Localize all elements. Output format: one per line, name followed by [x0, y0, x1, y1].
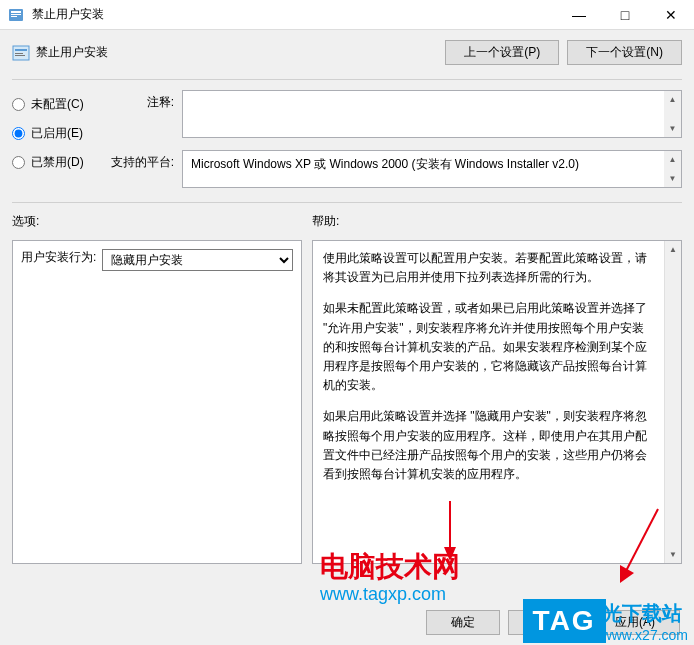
svg-rect-5 [15, 49, 27, 51]
comment-scrollbar[interactable]: ▲ ▼ [664, 91, 681, 137]
watermark-url: www.tagxp.com [320, 584, 460, 605]
app-icon [8, 7, 24, 23]
dialog-body: 禁止用户安装 上一个设置(P) 下一个设置(N) 未配置(C) 已启用(E) 已… [0, 30, 694, 645]
scroll-up-icon[interactable]: ▲ [664, 91, 681, 108]
options-panel: 用户安装行为: 隐藏用户安装 [12, 240, 302, 564]
svg-rect-6 [15, 53, 23, 54]
config-section: 未配置(C) 已启用(E) 已禁用(D) 注释: ▲ ▼ [0, 80, 694, 188]
nav-buttons: 上一个设置(P) 下一个设置(N) [445, 40, 682, 65]
options-label: 选项: [12, 213, 312, 230]
platform-row: 支持的平台: ▲ ▼ [104, 150, 682, 188]
svg-rect-1 [11, 11, 21, 13]
platform-label: 支持的平台: [104, 150, 174, 171]
radio-enabled-label: 已启用(E) [31, 125, 83, 142]
scroll-up-icon[interactable]: ▲ [664, 151, 681, 168]
titlebar: 禁止用户安装 — □ ✕ [0, 0, 694, 30]
help-paragraph: 如果启用此策略设置并选择 "隐藏用户安装"，则安装程序将忽略按照每个用户安装的应… [323, 407, 654, 484]
help-paragraph: 使用此策略设置可以配置用户安装。若要配置此策略设置，请将其设置为已启用并使用下拉… [323, 249, 654, 287]
comment-input[interactable] [183, 91, 664, 137]
prev-setting-button[interactable]: 上一个设置(P) [445, 40, 559, 65]
help-text: 使用此策略设置可以配置用户安装。若要配置此策略设置，请将其设置为已启用并使用下拉… [313, 241, 664, 563]
help-panel: 使用此策略设置可以配置用户安装。若要配置此策略设置，请将其设置为已启用并使用下拉… [312, 240, 682, 564]
apply-button[interactable]: 应用(A) [590, 610, 680, 635]
help-scrollbar[interactable]: ▲ ▼ [664, 241, 681, 563]
radio-not-configured-label: 未配置(C) [31, 96, 84, 113]
dialog-buttons: 确定 取消 应用(A) [426, 610, 680, 635]
lower-panels: 用户安装行为: 隐藏用户安装 使用此策略设置可以配置用户安装。若要配置此策略设置… [0, 234, 694, 564]
behavior-select[interactable]: 隐藏用户安装 [102, 249, 293, 271]
radio-enabled-input[interactable] [12, 127, 25, 140]
cancel-button[interactable]: 取消 [508, 610, 582, 635]
next-setting-button[interactable]: 下一个设置(N) [567, 40, 682, 65]
help-paragraph: 如果未配置此策略设置，或者如果已启用此策略设置并选择了 "允许用户安装"，则安装… [323, 299, 654, 395]
radio-group: 未配置(C) 已启用(E) 已禁用(D) [12, 90, 104, 188]
comment-label: 注释: [104, 90, 174, 111]
platform-input [183, 151, 664, 187]
scroll-down-icon[interactable]: ▼ [664, 120, 681, 137]
svg-marker-11 [620, 565, 634, 583]
svg-rect-2 [11, 14, 21, 15]
help-label: 帮助: [312, 213, 682, 230]
close-button[interactable]: ✕ [648, 0, 694, 30]
comment-input-wrap: ▲ ▼ [182, 90, 682, 138]
radio-not-configured[interactable]: 未配置(C) [12, 96, 104, 113]
radio-disabled[interactable]: 已禁用(D) [12, 154, 104, 171]
platform-scrollbar[interactable]: ▲ ▼ [664, 151, 681, 187]
section-labels: 选项: 帮助: [0, 203, 694, 234]
radio-disabled-input[interactable] [12, 156, 25, 169]
window-controls: — □ ✕ [556, 0, 694, 30]
scroll-down-icon[interactable]: ▼ [664, 170, 681, 187]
comment-row: 注释: ▲ ▼ [104, 90, 682, 138]
scroll-down-icon[interactable]: ▼ [665, 546, 681, 563]
svg-rect-7 [15, 55, 25, 56]
svg-rect-3 [11, 16, 17, 17]
behavior-label: 用户安装行为: [21, 249, 96, 266]
radio-not-configured-input[interactable] [12, 98, 25, 111]
maximize-button[interactable]: □ [602, 0, 648, 30]
radio-enabled[interactable]: 已启用(E) [12, 125, 104, 142]
fields-column: 注释: ▲ ▼ 支持的平台: ▲ ▼ [104, 90, 682, 188]
window-title: 禁止用户安装 [32, 6, 556, 23]
scroll-up-icon[interactable]: ▲ [665, 241, 681, 258]
policy-title: 禁止用户安装 [36, 44, 445, 61]
ok-button[interactable]: 确定 [426, 610, 500, 635]
platform-input-wrap: ▲ ▼ [182, 150, 682, 188]
header-row: 禁止用户安装 上一个设置(P) 下一个设置(N) [0, 30, 694, 79]
radio-disabled-label: 已禁用(D) [31, 154, 84, 171]
policy-icon [12, 44, 30, 62]
minimize-button[interactable]: — [556, 0, 602, 30]
